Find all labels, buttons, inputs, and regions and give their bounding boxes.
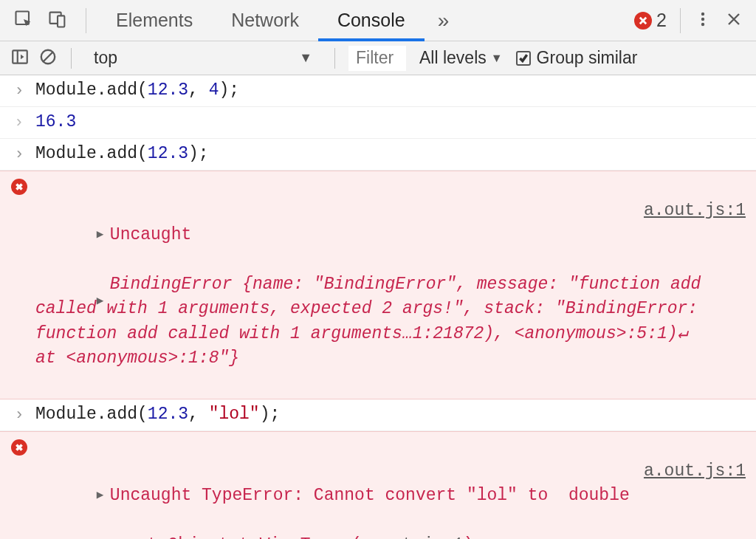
more-tabs-chevron-icon[interactable]: »: [425, 0, 463, 41]
divider: [86, 8, 86, 33]
group-similar-checkbox[interactable]: Group similar: [516, 48, 638, 68]
stack-line: at Object.toWireType (a.out.js:1): [97, 535, 474, 539]
device-toolbar-icon[interactable]: [47, 9, 68, 32]
inspect-element-icon[interactable]: [13, 9, 34, 32]
chevron-down-icon: ▼: [299, 50, 312, 66]
source-link[interactable]: a.out.js:1: [629, 199, 746, 223]
levels-label: All levels: [419, 48, 487, 68]
divider: [334, 48, 335, 69]
error-body: a.out.js:1 ▶Uncaught ▶BindingError {name…: [35, 174, 756, 396]
svg-point-5: [701, 23, 704, 26]
error-count-number: 2: [656, 10, 667, 31]
svg-point-4: [701, 18, 704, 21]
clear-console-icon[interactable]: [38, 47, 58, 69]
disclosure-triangle-icon[interactable]: ▶: [97, 293, 110, 310]
console-error-row[interactable]: a.out.js:1 ▶Uncaught ▶BindingError {name…: [0, 171, 756, 399]
log-level-selector[interactable]: All levels ▼: [415, 48, 507, 68]
divider: [680, 8, 681, 33]
result-value: 16.3: [35, 110, 756, 134]
tabbar-left-icons: [0, 9, 75, 32]
error-marker-icon: [3, 435, 35, 456]
panel-tabs: Elements Network Console »: [97, 0, 462, 41]
svg-rect-2: [58, 16, 64, 27]
tab-console[interactable]: Console: [318, 0, 425, 41]
console-output: › Module.add(12.3, 4); ‹ 16.3 › Module.a…: [0, 75, 756, 539]
console-input-row[interactable]: › Module.add(12.3, "lol");: [0, 399, 756, 431]
context-label: top: [94, 48, 117, 68]
output-marker-icon: ‹: [3, 110, 35, 135]
close-icon[interactable]: [725, 10, 743, 30]
tabbar-right-icons: 2: [634, 8, 756, 33]
console-input-row[interactable]: › Module.add(12.3);: [0, 139, 756, 171]
code-line: Module.add(12.3, 4);: [35, 78, 756, 103]
error-detail: BindingError {name: "BindingError", mess…: [35, 275, 729, 368]
kebab-menu-icon[interactable]: [694, 10, 712, 30]
error-marker-icon: [3, 174, 35, 195]
checkbox-icon: [516, 51, 531, 66]
error-head: Uncaught: [110, 225, 191, 244]
code-line: Module.add(12.3, "lol");: [35, 402, 756, 427]
error-count[interactable]: 2: [634, 10, 667, 31]
execution-context-selector[interactable]: top ▼: [85, 46, 321, 71]
tab-network[interactable]: Network: [212, 0, 318, 41]
svg-point-3: [701, 13, 704, 16]
error-badge-icon: [634, 12, 652, 30]
console-toolbar: top ▼ All levels ▼ Group similar: [0, 41, 756, 75]
divider: [71, 48, 72, 69]
svg-rect-6: [13, 50, 27, 63]
error-head: Uncaught TypeError: Cannot convert "lol"…: [110, 486, 630, 505]
input-marker-icon: ›: [3, 402, 35, 428]
source-link[interactable]: a.out.js:1: [362, 535, 464, 539]
disclosure-triangle-icon[interactable]: ▶: [97, 227, 110, 244]
error-body: a.out.js:1 ▶Uncaught TypeError: Cannot c…: [35, 435, 756, 539]
show-console-sidebar-icon[interactable]: [10, 47, 30, 69]
input-marker-icon: ›: [3, 78, 35, 103]
group-similar-label: Group similar: [537, 48, 638, 68]
filter-input[interactable]: [348, 46, 406, 71]
console-input-row[interactable]: › Module.add(12.3, 4);: [0, 75, 756, 107]
tab-elements[interactable]: Elements: [97, 0, 212, 41]
disclosure-triangle-icon[interactable]: ▶: [97, 487, 110, 504]
input-marker-icon: ›: [3, 142, 35, 167]
console-error-row[interactable]: a.out.js:1 ▶Uncaught TypeError: Cannot c…: [0, 431, 756, 539]
console-output-row[interactable]: ‹ 16.3: [0, 107, 756, 139]
source-link[interactable]: a.out.js:1: [629, 459, 746, 484]
devtools-tabbar: Elements Network Console » 2: [0, 0, 756, 41]
code-line: Module.add(12.3);: [35, 142, 756, 166]
chevron-down-icon: ▼: [491, 52, 503, 65]
